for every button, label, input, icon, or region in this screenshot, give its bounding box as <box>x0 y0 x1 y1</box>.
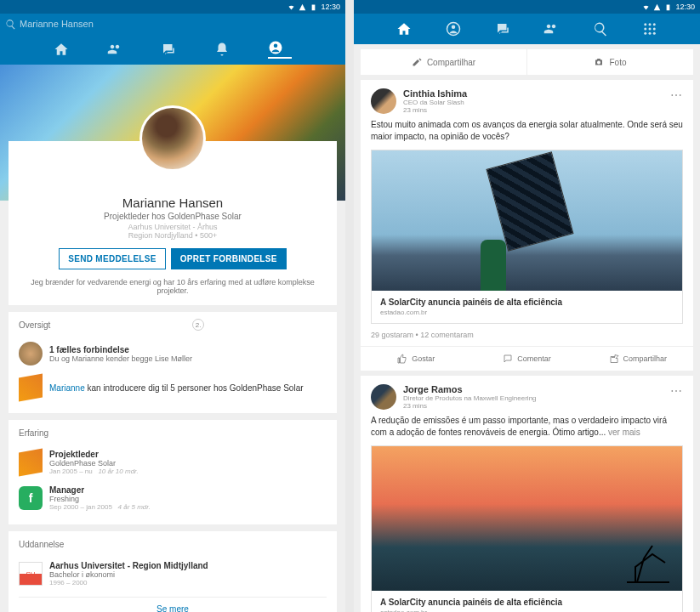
feed-screen: 12:30 Compartilhar Foto <box>354 0 700 612</box>
nav-apps-icon[interactable] <box>642 21 657 37</box>
share-update-button[interactable]: Compartilhar <box>361 49 526 75</box>
see-more-link[interactable]: ver mais <box>608 428 640 437</box>
share-button[interactable]: Compartilhar <box>583 347 693 371</box>
nav-home-icon[interactable] <box>396 21 412 37</box>
exp-period: Jan 2005 – nu 10 år 10 mdr. <box>49 468 139 475</box>
education-title: Uddannelse <box>19 540 327 549</box>
post-avatar[interactable] <box>371 384 396 410</box>
see-more-link[interactable]: Se mere <box>19 597 327 612</box>
profile-education: Aarhus Universitet - Århus <box>22 223 323 231</box>
profile-card: 2. Marianne Hansen Projektleder hos Gold… <box>9 141 337 305</box>
profile-bio: Jeg brænder for vedvarende energi og har… <box>22 278 323 295</box>
status-bar: 12:30 <box>0 0 345 14</box>
share-bar: Compartilhar Foto <box>361 49 693 75</box>
post-time: 23 mins <box>403 402 537 410</box>
nav-notifications-icon[interactable] <box>214 42 230 57</box>
experience-item[interactable]: f Manager Freshing Sep 2000 – jan 2005 4… <box>19 480 327 516</box>
mutual-avatar-icon <box>19 342 43 366</box>
nav-people-icon[interactable] <box>107 42 122 57</box>
school-icon: SU <box>19 562 43 586</box>
overview-section: Oversigt 1 fælles forbindelse Du og Mari… <box>9 312 337 413</box>
feed-content: Compartilhar Foto Cinthia Ishima CEO da … <box>354 44 700 612</box>
send-message-button[interactable]: SEND MEDDELELSE <box>59 248 165 269</box>
svg-point-7 <box>644 28 646 31</box>
post-body: A redução de emissões é um passo importa… <box>361 415 693 445</box>
nav-home-icon[interactable] <box>54 42 69 57</box>
article-image <box>372 150 682 291</box>
article-source: estadao.com.br <box>372 309 682 323</box>
intro-row[interactable]: Marianne kan introducere dig til 5 perso… <box>19 371 327 405</box>
post-avatar[interactable] <box>371 88 396 114</box>
search-input[interactable] <box>16 17 340 31</box>
signal-icon <box>653 3 661 11</box>
comment-icon <box>503 354 513 364</box>
like-button[interactable]: Gostar <box>361 347 471 371</box>
mutual-sub: Du og Marianne kender begge Lise Møller <box>49 354 192 363</box>
mutual-connection-row[interactable]: 1 fælles forbindelse Du og Marianne kend… <box>19 337 327 371</box>
edu-period: 1996 – 2000 <box>49 579 208 586</box>
app-header <box>0 14 345 65</box>
nav-people-icon[interactable] <box>543 21 559 37</box>
article-title: A SolarCity anuncia painéis de alta efic… <box>372 291 682 309</box>
post-role: CEO da Solar Slash <box>403 99 467 106</box>
experience-item[interactable]: Projektleder GoldenPhase Solar Jan 2005 … <box>19 445 327 480</box>
overview-title: Oversigt <box>19 320 327 330</box>
post-actions: Gostar Comentar Compartilhar <box>361 346 693 371</box>
exp-company: Freshing <box>49 495 151 503</box>
nav-profile-tab[interactable] <box>268 40 292 59</box>
connect-button[interactable]: OPRET FORBINDELSE <box>171 248 287 269</box>
profile-region: Region Nordjylland • 500+ <box>22 231 323 240</box>
education-section: Uddannelse SU Aarhus Universitet - Regio… <box>9 531 337 612</box>
pumpjack-icon <box>623 541 674 584</box>
nav-messages-icon[interactable] <box>161 42 176 57</box>
post-article[interactable]: A SolarCity anuncia painéis de alta efic… <box>371 445 683 612</box>
profile-name: Marianne Hansen <box>22 196 323 210</box>
feed-post: Jorge Ramos Diretor de Produtos na Maxwe… <box>361 376 693 612</box>
share-photo-button[interactable]: Foto <box>526 49 693 75</box>
search-icon <box>5 19 16 30</box>
education-item[interactable]: SU Aarhus Universitet - Region Midtjylla… <box>19 556 327 592</box>
exp-role: Manager <box>49 485 151 495</box>
experience-title: Erfaring <box>19 428 327 438</box>
degree: Bachelor i økonomi <box>49 570 208 579</box>
post-stats[interactable]: 29 gostaram • 12 comentaram <box>361 324 693 346</box>
wifi-icon <box>287 3 295 11</box>
nav-profile-icon[interactable] <box>446 21 461 37</box>
status-bar: 12:30 <box>354 0 700 14</box>
profile-screen: 12:30 2. Marianne Hansen Projektleder ho… <box>0 0 345 612</box>
mutual-title: 1 fælles forbindelse <box>49 345 192 354</box>
nav-tabs <box>354 14 700 44</box>
svg-point-5 <box>649 23 652 26</box>
exp-company-icon <box>19 449 43 477</box>
nav-search-icon[interactable] <box>593 21 608 37</box>
post-header: Cinthia Ishima CEO da Solar Slash 23 min… <box>361 80 693 119</box>
svg-point-8 <box>649 28 652 31</box>
post-body: Estou muito animada com os avanços da en… <box>361 119 693 150</box>
battery-icon <box>664 3 672 11</box>
intro-text: Marianne kan introducere dig til 5 perso… <box>49 383 304 393</box>
post-menu-icon[interactable]: ⋯ <box>670 88 683 102</box>
svg-point-10 <box>644 32 646 35</box>
svg-point-6 <box>653 23 656 26</box>
like-icon <box>397 354 407 364</box>
post-article[interactable]: A SolarCity anuncia painéis de alta efic… <box>371 150 683 324</box>
clock: 12:30 <box>675 3 695 11</box>
article-source: estadao.com.br <box>372 609 682 612</box>
post-author[interactable]: Jorge Ramos <box>403 384 537 394</box>
post-author[interactable]: Cinthia Ishima <box>403 88 467 99</box>
article-image <box>372 446 682 591</box>
signal-icon <box>299 3 306 11</box>
comment-button[interactable]: Comentar <box>471 347 582 371</box>
share-icon <box>609 354 619 364</box>
profile-avatar[interactable] <box>139 105 206 172</box>
nav-messages-icon[interactable] <box>495 21 510 37</box>
company-icon <box>19 374 43 402</box>
profile-actions: SEND MEDDELELSE OPRET FORBINDELSE <box>22 248 323 269</box>
exp-company-icon: f <box>19 486 43 510</box>
post-menu-icon[interactable]: ⋯ <box>670 384 683 398</box>
nav-tabs <box>0 34 345 65</box>
app-header <box>354 14 700 44</box>
svg-point-12 <box>653 32 656 35</box>
profile-content: 2. Marianne Hansen Projektleder hos Gold… <box>0 65 345 612</box>
svg-point-3 <box>451 26 455 30</box>
